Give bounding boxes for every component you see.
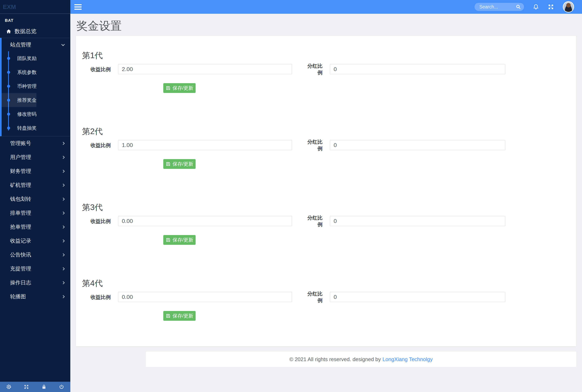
dividend-ratio-input[interactable] [330, 64, 505, 74]
bullet-dot-icon [7, 71, 10, 74]
sidebar-item-earnings-records[interactable]: 收益记录 [0, 234, 70, 248]
save-update-button[interactable]: 保存/更新 [163, 235, 196, 245]
floppy-disk-icon [166, 162, 171, 166]
floppy-disk-icon [166, 238, 171, 242]
form-row: 收益比例 分红比例 [82, 290, 570, 304]
sidebar-item-announcements[interactable]: 公告快讯 [0, 248, 70, 262]
dividend-ratio-label: 分红比例 [303, 290, 323, 304]
sidebar-subitem-change-password[interactable]: 修改密码 [2, 107, 70, 121]
main-content: 奖金设置 第1代 收益比例 分红比例 保存/更新 第2代 收益比例 [70, 14, 582, 392]
sidebar-submenu: 团队奖励 系统参数 币种管理 推荐奖金 修改密码 [2, 51, 70, 136]
item-label: 管理账号 [10, 140, 31, 147]
expand-arrows-icon[interactable] [24, 384, 29, 389]
subitem-label: 团队奖励 [17, 55, 37, 62]
sidebar-item-overview[interactable]: 数据总览 [0, 25, 70, 38]
save-update-button[interactable]: 保存/更新 [163, 83, 196, 93]
income-ratio-input[interactable] [118, 216, 292, 226]
sidebar-group-label: 站点管理 [10, 41, 31, 48]
lock-icon[interactable] [42, 384, 47, 389]
income-ratio-input[interactable] [118, 64, 292, 74]
chevron-right-icon [62, 253, 65, 256]
section-heading: 第2代 [82, 126, 570, 136]
sidebar-item-admin-accounts[interactable]: 管理账号 [0, 136, 70, 150]
income-ratio-label: 收益比例 [82, 142, 111, 149]
subitem-label: 系统参数 [17, 69, 37, 76]
bell-icon[interactable] [533, 4, 539, 10]
user-avatar[interactable] [563, 1, 574, 12]
chevron-right-icon [62, 226, 65, 228]
chevron-right-icon [62, 198, 65, 201]
item-label: 轮播图 [10, 293, 26, 300]
chevron-right-icon [62, 156, 65, 159]
bullet-dot-icon [7, 57, 10, 60]
sidebar-item-finance[interactable]: 财务管理 [0, 164, 70, 178]
chevron-right-icon [62, 281, 65, 284]
fullscreen-icon[interactable] [548, 4, 554, 10]
sidebar-item-label: 数据总览 [15, 28, 36, 35]
bullet-dot-icon [7, 84, 10, 88]
item-label: 公告快讯 [10, 251, 31, 258]
item-label: 矿机管理 [10, 182, 31, 189]
sidebar-subitem-referral-bonus-active[interactable]: 推荐奖金 [2, 93, 70, 107]
admin-app: EXM BAT 数据总览 站点管理 团队奖励 系统参数 [0, 0, 582, 392]
dividend-ratio-input[interactable] [330, 216, 505, 226]
page-footer: © 2021 All rights reserved. designed by … [146, 352, 576, 367]
sidebar-item-carousel[interactable]: 轮播图 [0, 290, 70, 304]
subitem-label: 推荐奖金 [17, 97, 37, 104]
section-heading: 第3代 [82, 202, 570, 212]
sidebar-item-deposit-withdraw[interactable]: 充提管理 [0, 262, 70, 276]
bullet-dot-icon [7, 126, 10, 130]
form-row: 收益比例 分红比例 [82, 138, 570, 152]
chevron-right-icon [62, 295, 65, 298]
hamburger-menu-icon[interactable] [74, 3, 82, 11]
power-icon[interactable] [59, 384, 64, 389]
home-icon [6, 29, 11, 34]
sidebar-group-title[interactable]: 站点管理 [2, 38, 70, 51]
save-label: 保存/更新 [173, 237, 193, 243]
income-ratio-label: 收益比例 [82, 218, 111, 224]
item-label: 操作日志 [10, 279, 31, 286]
search-box [474, 3, 524, 11]
sidebar-item-miner-management[interactable]: 矿机管理 [0, 178, 70, 192]
section-generation-2: 第2代 收益比例 分红比例 保存/更新 [82, 126, 570, 169]
chevron-right-icon [62, 212, 65, 215]
save-update-button[interactable]: 保存/更新 [163, 311, 196, 321]
chevron-down-icon [62, 42, 65, 46]
item-label: 充提管理 [10, 265, 31, 272]
sidebar-subitem-team-reward[interactable]: 团队奖励 [2, 51, 70, 65]
item-label: 排单管理 [10, 210, 31, 216]
sidebar-item-queue-management[interactable]: 排单管理 [0, 206, 70, 220]
income-ratio-input[interactable] [118, 292, 292, 302]
sidebar-item-wallet-transfer[interactable]: 钱包划转 [0, 192, 70, 206]
section-heading: 第1代 [82, 50, 570, 60]
sidebar-subitem-currency[interactable]: 币种管理 [2, 79, 70, 93]
income-ratio-input[interactable] [118, 140, 292, 150]
footer-company-link[interactable]: LongXiang Technolgy [383, 356, 433, 362]
dividend-ratio-input[interactable] [330, 140, 505, 150]
item-label: 用户管理 [10, 154, 31, 161]
sidebar-subitem-system-params[interactable]: 系统参数 [2, 65, 70, 79]
section-generation-4: 第4代 收益比例 分红比例 保存/更新 [82, 278, 570, 321]
income-ratio-label: 收益比例 [82, 66, 111, 73]
search-icon[interactable] [516, 4, 521, 9]
footer-copyright-text: © 2021 All rights reserved. designed by [289, 356, 381, 362]
app-logo: EXM [0, 0, 70, 14]
header-right-cluster [474, 1, 582, 12]
section-generation-3: 第3代 收益比例 分红比例 保存/更新 [82, 202, 570, 245]
gear-icon[interactable] [6, 384, 11, 389]
dividend-ratio-label: 分红比例 [303, 138, 323, 152]
sidebar-item-user-management[interactable]: 用户管理 [0, 150, 70, 164]
save-update-button[interactable]: 保存/更新 [163, 159, 196, 169]
subitem-label: 币种管理 [17, 83, 37, 90]
sidebar-item-operation-logs[interactable]: 操作日志 [0, 276, 70, 290]
dividend-ratio-input[interactable] [330, 292, 505, 302]
chevron-right-icon [62, 170, 65, 173]
item-label: 抢单管理 [10, 223, 31, 230]
income-ratio-label: 收益比例 [82, 294, 111, 300]
subitem-label: 转盘抽奖 [17, 125, 37, 131]
bullet-dot-icon [7, 98, 10, 102]
form-row: 收益比例 分红比例 [82, 214, 570, 228]
item-label: 收益记录 [10, 237, 31, 244]
sidebar-subitem-wheel-lottery[interactable]: 转盘抽奖 [2, 121, 70, 135]
sidebar-item-grab-orders[interactable]: 抢单管理 [0, 220, 70, 234]
